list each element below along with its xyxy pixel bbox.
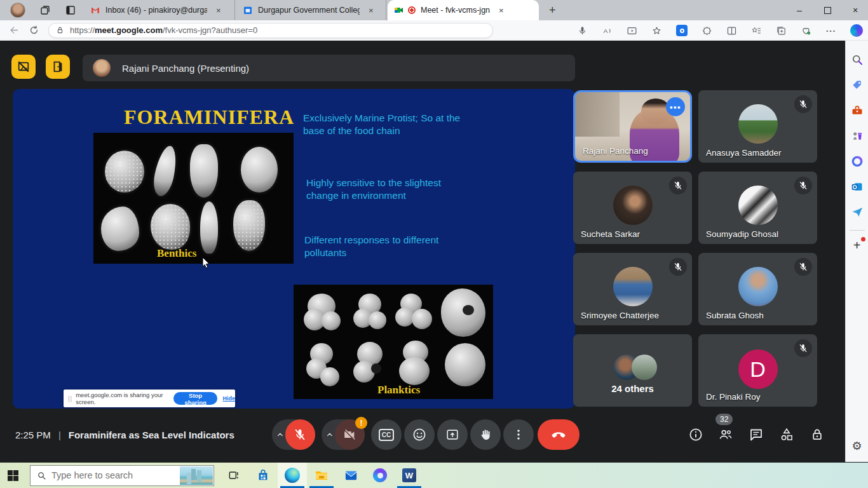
- mic-toggle-button[interactable]: [285, 419, 315, 450]
- activities-icon[interactable]: [779, 427, 794, 442]
- collections-icon[interactable]: [776, 25, 787, 36]
- sidebar-settings-gear-icon[interactable]: ⚙: [851, 439, 862, 453]
- presentation-off-button[interactable]: [11, 55, 36, 79]
- video-popout-icon[interactable]: [627, 25, 637, 36]
- chat-panel-icon[interactable]: [749, 427, 764, 442]
- minimize-button[interactable]: –: [787, 0, 812, 20]
- mic-off-icon: [794, 95, 812, 113]
- participant-name: Dr. Pinaki Roy: [706, 392, 761, 402]
- sidebar-customize-button[interactable]: +: [853, 240, 861, 251]
- read-aloud-icon[interactable]: A: [602, 25, 613, 36]
- favorite-star-icon[interactable]: [651, 25, 662, 36]
- participant-tile-sucheta[interactable]: Sucheta Sarkar: [573, 172, 692, 244]
- browser-profile-avatar[interactable]: [10, 3, 25, 18]
- avatar-initial: D: [738, 349, 778, 389]
- avatar: [738, 186, 778, 225]
- people-panel-icon[interactable]: [718, 427, 733, 442]
- svg-text:A: A: [604, 27, 608, 34]
- m365-icon: [373, 468, 387, 482]
- participant-name: Rajani Panchang: [583, 146, 648, 156]
- participant-count-badge: 32: [715, 414, 733, 425]
- calendar-icon: [243, 5, 253, 15]
- taskbar-search[interactable]: [30, 465, 214, 486]
- tab-close-icon[interactable]: ×: [214, 6, 224, 15]
- host-controls-lock-icon[interactable]: [810, 427, 825, 442]
- restore-button[interactable]: [815, 0, 840, 20]
- favorites-list-icon[interactable]: [751, 25, 762, 36]
- refresh-icon[interactable]: [29, 25, 39, 36]
- participant-tile-srimoyee[interactable]: Srimoyee Chatterjee: [573, 253, 692, 325]
- m365-button[interactable]: [365, 463, 395, 488]
- sidebar-outlook-icon[interactable]: [851, 180, 864, 193]
- toolbar-right-icons: A ⋯: [577, 20, 863, 41]
- address-bar[interactable]: https://meet.google.com/fvk-vcms-jgn?aut…: [48, 23, 493, 38]
- task-view-button[interactable]: [219, 463, 248, 488]
- mic-off-icon: [794, 339, 812, 357]
- search-input[interactable]: [51, 470, 159, 480]
- participant-tile-subrata[interactable]: Subrata Ghosh: [698, 253, 817, 325]
- workspaces-icon[interactable]: [39, 4, 51, 16]
- door-icon: [51, 60, 65, 74]
- tab-actions-icon[interactable]: [65, 4, 76, 16]
- close-window-button[interactable]: ×: [843, 0, 868, 20]
- url-path: /fvk-vcms-jgn?authuser=0: [163, 25, 257, 35]
- sidebar-search-icon[interactable]: [851, 53, 864, 66]
- participant-tile-others[interactable]: 24 others: [573, 334, 692, 407]
- participant-name: Anasuya Samadder: [706, 148, 782, 158]
- tab-title: Inbox (46) - pinakiroy@durgapur: [105, 6, 207, 15]
- store-button[interactable]: [248, 463, 278, 488]
- meet-page: Rajani Panchang (Presenting) FORAMINIFER…: [0, 41, 845, 462]
- tab-meet-active[interactable]: Meet - fvk-vcms-jgn ×: [388, 0, 539, 20]
- sidebar-m365-icon[interactable]: [851, 155, 864, 168]
- mail-button[interactable]: [336, 463, 365, 488]
- meet-icon: [394, 5, 404, 15]
- hide-share-bar-link[interactable]: Hide: [222, 395, 235, 402]
- presenter-avatar: [93, 59, 111, 77]
- stop-sharing-button[interactable]: Stop sharing: [173, 392, 218, 405]
- participant-tile-anasuya[interactable]: Anasuya Samadder: [698, 90, 817, 163]
- tile-more-options-button[interactable]: •••: [666, 97, 685, 116]
- leave-room-button[interactable]: [46, 55, 70, 79]
- sidebar-shopping-icon[interactable]: [851, 79, 864, 92]
- camera-toggle-button[interactable]: !: [335, 419, 365, 450]
- mic-options-chevron-icon[interactable]: [275, 430, 285, 440]
- split-screen-icon[interactable]: [726, 25, 737, 36]
- tab-close-icon[interactable]: ×: [496, 6, 506, 15]
- settings-more-icon[interactable]: ⋯: [825, 25, 836, 37]
- present-now-button[interactable]: [437, 419, 468, 450]
- discover-icon[interactable]: [676, 25, 688, 36]
- browser-essentials-icon[interactable]: [801, 25, 811, 36]
- bing-daily-image[interactable]: [180, 466, 213, 485]
- drag-handle-icon[interactable]: ||: [68, 395, 72, 402]
- extensions-icon[interactable]: [702, 25, 712, 36]
- back-icon[interactable]: [9, 25, 20, 36]
- avatar: [632, 355, 657, 380]
- more-options-button[interactable]: [503, 419, 534, 450]
- new-tab-button[interactable]: +: [549, 4, 556, 17]
- file-explorer-button[interactable]: [307, 463, 336, 488]
- raise-hand-button[interactable]: [470, 419, 501, 450]
- meeting-clock: 2:25 PM: [15, 430, 51, 440]
- camera-options-chevron-icon[interactable]: [325, 430, 335, 440]
- copilot-icon[interactable]: [850, 24, 863, 37]
- tab-college-site[interactable]: Durgapur Government College - ×: [236, 0, 386, 20]
- participant-name: Srimoyee Chatterjee: [581, 311, 659, 320]
- tab-close-icon[interactable]: ×: [366, 6, 376, 15]
- participant-tile-rajani[interactable]: ••• Rajani Panchang: [573, 90, 692, 163]
- edge-taskbar-button[interactable]: [278, 463, 307, 488]
- reactions-button[interactable]: [404, 419, 435, 450]
- participant-tile-pinaki[interactable]: D Dr. Pinaki Roy: [698, 334, 817, 407]
- voice-search-icon[interactable]: [577, 25, 588, 36]
- tab-gmail-inbox[interactable]: Inbox (46) - pinakiroy@durgapur ×: [84, 0, 235, 20]
- leave-call-button[interactable]: [538, 419, 580, 450]
- windows-taskbar: W SENSEX +0.10% i ENG 14:25 24-05-2024 4: [0, 463, 868, 488]
- sidebar-tools-icon[interactable]: [851, 104, 864, 117]
- captions-button[interactable]: CC: [371, 419, 402, 450]
- meeting-details-icon[interactable]: [688, 427, 703, 442]
- start-button[interactable]: [8, 470, 18, 481]
- presenter-bar[interactable]: Rajani Panchang (Presenting): [83, 55, 575, 81]
- participant-tile-soumyadip[interactable]: Soumyadip Ghosal: [698, 172, 817, 244]
- sidebar-drop-icon[interactable]: [851, 206, 864, 219]
- sidebar-games-icon[interactable]: [851, 130, 864, 142]
- word-button[interactable]: W: [395, 463, 424, 488]
